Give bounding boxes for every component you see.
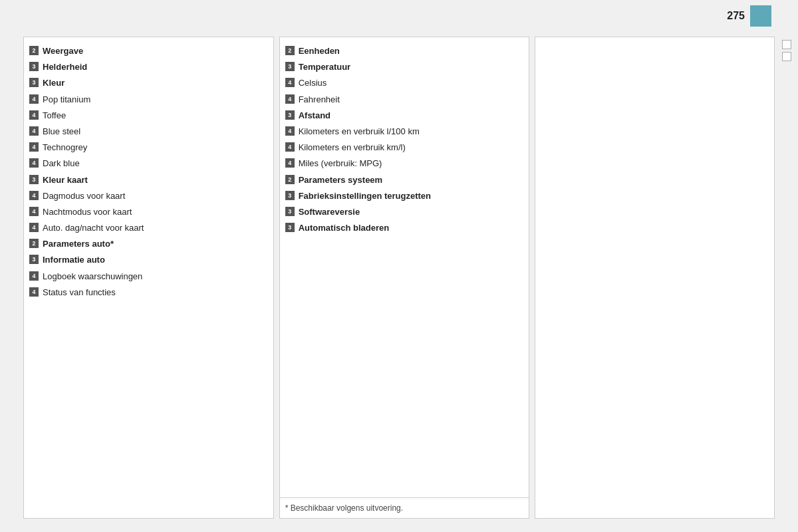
item-label: Toffee — [43, 110, 66, 122]
item-label: Dark blue — [43, 158, 80, 170]
list-item: 2Parameters systeem — [285, 174, 524, 186]
level-badge: 3 — [285, 191, 295, 200]
footnote: * Beschikbaar volgens uitvoering. — [280, 497, 529, 518]
level-badge: 4 — [29, 142, 39, 152]
color-swatch — [750, 5, 771, 27]
level-badge: 3 — [285, 223, 295, 232]
level-badge: 4 — [285, 158, 295, 168]
list-item: 3Softwareversie — [285, 206, 524, 218]
level-badge: 4 — [29, 158, 39, 168]
level-badge: 4 — [285, 126, 295, 136]
level-badge: 3 — [29, 78, 39, 87]
item-label: Status van functies — [43, 287, 116, 299]
list-item: 3Fabrieksinstellingen terugzetten — [285, 190, 524, 202]
item-label: Softwareversie — [299, 206, 360, 218]
level-badge: 3 — [285, 62, 295, 71]
list-item: 3Kleur kaart — [29, 174, 268, 186]
level-badge: 4 — [285, 78, 295, 87]
level-badge: 2 — [285, 175, 295, 184]
list-item: 3Informatie auto — [29, 254, 268, 266]
columns-container: 2Weergave3Helderheid3Kleur4Pop titanium4… — [23, 37, 775, 519]
list-item: 4Miles (verbruik: MPG) — [285, 158, 524, 170]
item-label: Parameters auto* — [43, 238, 114, 250]
list-item: 3Automatisch bladeren — [285, 222, 524, 234]
level-badge: 3 — [29, 62, 39, 71]
item-label: Kleur — [43, 77, 65, 89]
item-label: Nachtmodus voor kaart — [43, 206, 132, 218]
item-label: Helderheid — [43, 61, 87, 73]
checkbox-2[interactable] — [782, 52, 791, 61]
level-badge: 2 — [29, 46, 39, 55]
list-item: 4Nachtmodus voor kaart — [29, 206, 268, 218]
item-label: Logboek waarschuwingen — [43, 271, 142, 283]
list-item: 4Blue steel — [29, 126, 268, 138]
column-1: 2Weergave3Helderheid3Kleur4Pop titanium4… — [23, 37, 274, 519]
level-badge: 3 — [285, 110, 295, 120]
list-item: 4Dagmodus voor kaart — [29, 190, 268, 202]
col1-items: 2Weergave3Helderheid3Kleur4Pop titanium4… — [29, 45, 268, 299]
list-item: 4Kilometers en verbruik km/l) — [285, 142, 524, 154]
list-item: 4Dark blue — [29, 158, 268, 170]
checkboxes-area — [782, 40, 791, 61]
item-label: Dagmodus voor kaart — [43, 190, 125, 202]
list-item: 4Auto. dag/nacht voor kaart — [29, 222, 268, 234]
list-item: 3Helderheid — [29, 61, 268, 73]
item-label: Eenheden — [299, 45, 340, 57]
page-number-area: 275 — [727, 5, 771, 27]
column-2: 2Eenheden3Temperatuur4Celsius4Fahrenheit… — [279, 37, 530, 519]
level-badge: 3 — [29, 175, 39, 184]
item-label: Kleur kaart — [43, 174, 88, 186]
item-label: Weergave — [43, 45, 83, 57]
level-badge: 4 — [285, 142, 295, 152]
item-label: Kilometers en verbruik km/l) — [299, 142, 406, 154]
level-badge: 4 — [29, 191, 39, 200]
list-item: 4Status van functies — [29, 287, 268, 299]
item-label: Parameters systeem — [299, 174, 382, 186]
level-badge: 4 — [285, 94, 295, 104]
item-label: Miles (verbruik: MPG) — [299, 158, 382, 170]
item-label: Auto. dag/nacht voor kaart — [43, 222, 144, 234]
list-item: 4Toffee — [29, 110, 268, 122]
list-item: 4Technogrey — [29, 142, 268, 154]
item-label: Technogrey — [43, 142, 87, 154]
item-label: Blue steel — [43, 126, 80, 138]
list-item: 2Parameters auto* — [29, 238, 268, 250]
list-item: 3Kleur — [29, 77, 268, 89]
item-label: Temperatuur — [299, 61, 351, 73]
level-badge: 2 — [29, 239, 39, 248]
list-item: 4Logboek waarschuwingen — [29, 271, 268, 283]
list-item: 3Temperatuur — [285, 61, 524, 73]
level-badge: 4 — [29, 126, 39, 136]
level-badge: 3 — [29, 255, 39, 264]
item-label: Fabrieksinstellingen terugzetten — [299, 190, 431, 202]
list-item: 4Fahrenheit — [285, 94, 524, 106]
page-number: 275 — [727, 10, 745, 22]
item-label: Kilometers en verbruik l/100 km — [299, 126, 420, 138]
item-label: Afstand — [299, 110, 331, 122]
level-badge: 3 — [285, 207, 295, 216]
item-label: Celsius — [299, 77, 327, 89]
level-badge: 2 — [285, 46, 295, 55]
list-item: 2Eenheden — [285, 45, 524, 57]
level-badge: 4 — [29, 94, 39, 104]
item-label: Automatisch bladeren — [299, 222, 390, 234]
checkbox-1[interactable] — [782, 40, 791, 49]
level-badge: 4 — [29, 271, 39, 281]
item-label: Pop titanium — [43, 94, 90, 106]
col2-items: 2Eenheden3Temperatuur4Celsius4Fahrenheit… — [285, 45, 524, 234]
level-badge: 4 — [29, 110, 39, 120]
list-item: 4Kilometers en verbruik l/100 km — [285, 126, 524, 138]
column-3 — [535, 37, 775, 519]
level-badge: 4 — [29, 207, 39, 216]
item-label: Fahrenheit — [299, 94, 340, 106]
item-label: Informatie auto — [43, 254, 105, 266]
list-item: 3Afstand — [285, 110, 524, 122]
level-badge: 4 — [29, 287, 39, 297]
level-badge: 4 — [29, 223, 39, 232]
list-item: 4Pop titanium — [29, 94, 268, 106]
list-item: 2Weergave — [29, 45, 268, 57]
list-item: 4Celsius — [285, 77, 524, 89]
